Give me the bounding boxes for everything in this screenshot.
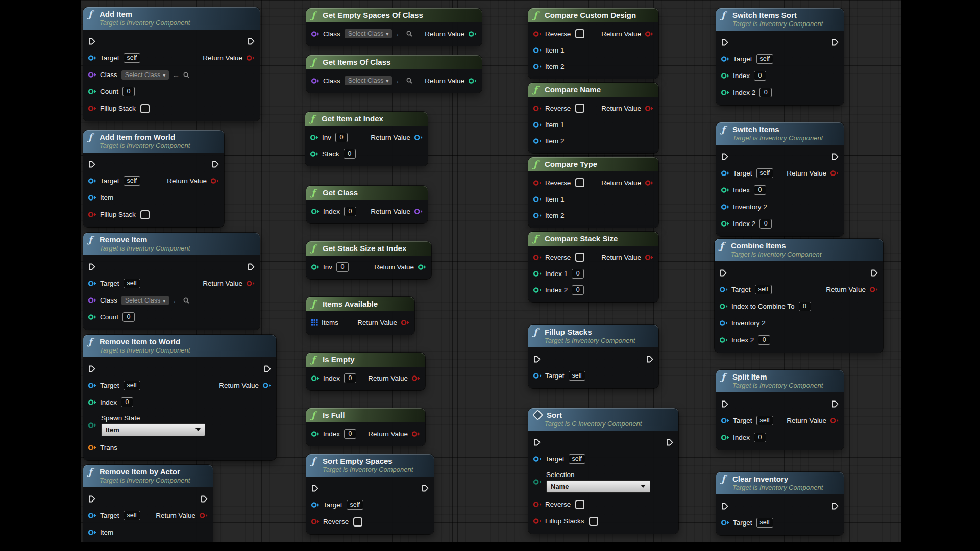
value-box-target[interactable]: self [124, 53, 140, 63]
pin-item-2[interactable] [533, 137, 542, 145]
node-compare-type[interactable]: ƒCompare TypeReverseReturn ValueItem 1It… [528, 157, 658, 228]
pin-index-2[interactable] [721, 89, 730, 96]
use-selected-asset-icon[interactable]: ← [395, 31, 403, 36]
pin-items[interactable] [311, 319, 318, 327]
exec-out-pin[interactable] [263, 365, 272, 373]
checkbox-reverse[interactable] [575, 104, 584, 113]
pin-index[interactable] [311, 374, 320, 382]
pin-target[interactable] [88, 512, 97, 519]
checkbox-fillup-stacks[interactable] [589, 517, 598, 526]
exec-out-pin[interactable] [666, 438, 674, 446]
pin-fillup-stack[interactable] [88, 105, 97, 112]
exec-in-pin[interactable] [719, 269, 727, 277]
pin-target[interactable] [88, 177, 97, 185]
pin-class[interactable] [311, 30, 320, 38]
pin-item[interactable] [88, 194, 97, 202]
exec-in-pin[interactable] [88, 37, 96, 45]
node-get-item-at-index[interactable]: ƒGet Item at IndexInv0Return ValueStack0 [305, 112, 428, 166]
select-class-dropdown[interactable]: Select Class▾ [121, 70, 169, 80]
pin-fillup-stacks[interactable] [533, 517, 542, 525]
use-selected-asset-icon[interactable]: ← [172, 72, 180, 78]
pin-item[interactable] [88, 529, 97, 536]
pin-out-return-value[interactable] [468, 30, 477, 38]
pin-index-2[interactable] [719, 336, 728, 344]
node-combine-items[interactable]: ƒCombine ItemsTarget is Inventory Compon… [715, 239, 883, 353]
exec-out-pin[interactable] [831, 502, 839, 510]
pin-inventory-2[interactable] [719, 319, 728, 327]
value-box-target[interactable]: self [124, 176, 140, 186]
use-selected-asset-icon[interactable]: ← [172, 298, 180, 303]
checkbox-reverse[interactable] [575, 500, 584, 509]
pin-target[interactable] [533, 455, 542, 463]
value-box-target[interactable]: self [756, 54, 773, 64]
value-box-target[interactable]: self [756, 416, 773, 425]
pin-out-return-value[interactable] [645, 254, 654, 261]
value-box-index-1[interactable]: 0 [572, 269, 584, 279]
checkbox-reverse[interactable] [575, 29, 584, 38]
node-get-class[interactable]: ƒGet ClassIndex0Return Value [306, 186, 428, 223]
pin-index-2[interactable] [533, 286, 542, 294]
exec-in-pin[interactable] [311, 484, 319, 492]
value-box-index[interactable]: 0 [344, 429, 356, 439]
value-box-count[interactable]: 0 [122, 87, 135, 96]
pin-target[interactable] [311, 501, 320, 509]
pin-target[interactable] [88, 54, 97, 62]
pin-target[interactable] [721, 519, 730, 527]
pin-out-return-value[interactable] [199, 512, 208, 519]
pin-index[interactable] [88, 398, 97, 406]
pin-reverse[interactable] [533, 254, 542, 261]
node-compare-custom-design[interactable]: ƒCompare Custom DesignReverseReturn Valu… [528, 8, 658, 79]
value-box-target[interactable]: self [569, 454, 585, 464]
node-compare-stack-size[interactable]: ƒCompare Stack SizeReverseReturn ValueIn… [528, 232, 658, 302]
value-box-index-to-combine-to[interactable]: 0 [799, 302, 811, 311]
pin-target[interactable] [721, 169, 730, 177]
pin-index-1[interactable] [533, 270, 542, 278]
pin-out-return-value[interactable] [418, 263, 427, 271]
node-add-item[interactable]: ƒAdd ItemTarget is Inventory ComponentTa… [83, 7, 260, 121]
pin-index[interactable] [721, 186, 730, 194]
value-box-target[interactable]: self [124, 511, 140, 520]
pin-item-2[interactable] [533, 63, 542, 70]
value-box-index[interactable]: 0 [344, 373, 356, 383]
checkbox-fillup-stack[interactable] [140, 104, 150, 113]
use-selected-asset-icon[interactable]: ← [395, 78, 403, 83]
node-is-empty[interactable]: ƒIs EmptyIndex0Return Value [306, 353, 425, 390]
pin-out-return-value[interactable] [645, 105, 654, 112]
node-clear-inventory[interactable]: ƒClear InventoryTarget is Inventory Comp… [716, 472, 844, 535]
pin-out-return-value[interactable] [414, 134, 423, 141]
value-box-target[interactable]: self [569, 371, 585, 381]
value-box-index[interactable]: 0 [754, 433, 766, 442]
checkbox-reverse[interactable] [353, 517, 362, 527]
pin-out-return-value[interactable] [246, 280, 255, 287]
pin-target[interactable] [88, 382, 97, 389]
pin-class[interactable] [88, 296, 97, 304]
value-box-index-2[interactable]: 0 [760, 88, 772, 97]
node-items-available[interactable]: ƒItems AvailableItemsReturn Value [306, 297, 414, 335]
exec-out-pin[interactable] [870, 269, 878, 277]
pin-target[interactable] [719, 286, 728, 293]
exec-in-pin[interactable] [721, 38, 729, 46]
node-split-item[interactable]: ƒSplit ItemTarget is Inventory Component… [716, 370, 844, 450]
pin-out-return-value[interactable] [468, 77, 477, 85]
pin-out-return-value[interactable] [830, 417, 839, 424]
node-remove-item[interactable]: ƒRemove ItemTarget is Inventory Componen… [83, 233, 260, 330]
node-remove-item-by-actor[interactable]: ƒRemove Item by ActorTarget is Inventory… [83, 465, 213, 545]
node-add-item-from-world[interactable]: ƒAdd Item from WorldTarget is Inventory … [83, 130, 224, 227]
exec-out-pin[interactable] [247, 37, 255, 45]
pin-out-return-value[interactable] [262, 382, 272, 389]
pin-reverse[interactable] [311, 518, 320, 525]
exec-in-pin[interactable] [88, 365, 96, 373]
value-box-target[interactable]: self [755, 285, 772, 294]
pin-out-return-value[interactable] [830, 169, 839, 177]
select-class-dropdown[interactable]: Select Class▾ [345, 76, 393, 85]
pin-out-return-value[interactable] [645, 30, 654, 38]
node-switch-items[interactable]: ƒSwitch ItemsTarget is Inventory Compone… [716, 122, 844, 236]
pin-index[interactable] [311, 208, 320, 215]
pin-target[interactable] [721, 55, 730, 63]
pin-item-1[interactable] [533, 46, 542, 54]
exec-in-pin[interactable] [533, 438, 541, 446]
dropdown-spawn-state[interactable]: Item [101, 423, 205, 436]
value-box-inv[interactable]: 0 [336, 262, 349, 272]
node-compare-name[interactable]: ƒCompare NameReverseReturn ValueItem 1It… [528, 83, 658, 153]
exec-in-pin[interactable] [721, 400, 729, 408]
